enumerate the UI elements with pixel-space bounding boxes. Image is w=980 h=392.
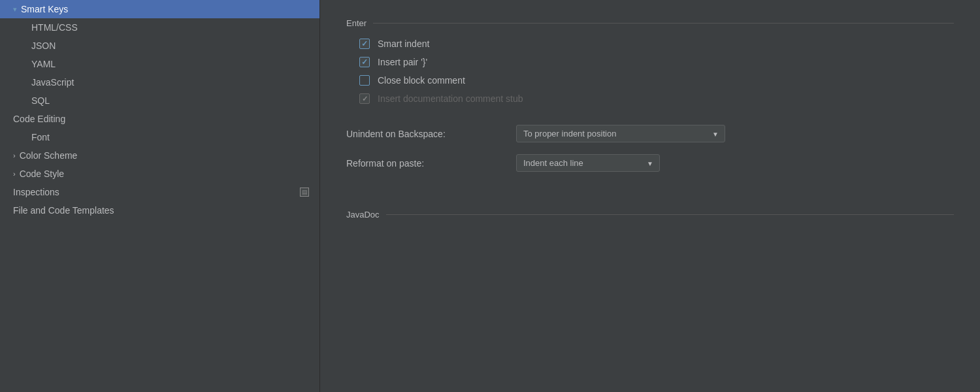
sidebar-item-label: Color Scheme (20, 150, 78, 161)
smart-indent-checkbox[interactable]: ✓ (359, 39, 370, 49)
reformat-paste-label: Reformat on paste: (346, 158, 516, 169)
sidebar-item-label: HTML/CSS (31, 22, 78, 33)
chevron-down-icon: ▾ (13, 5, 17, 14)
sidebar-item-label: Code Style (20, 169, 64, 179)
sidebar-item-label: Code Editing (13, 114, 65, 124)
sidebar-item-file-and-code-templates[interactable]: File and Code Templates (0, 201, 319, 220)
sidebar-item-label: Smart Keys (21, 4, 68, 14)
reformat-paste-row: Reformat on paste: Indent each line Refo… (346, 154, 954, 172)
inspections-icon: ▤ (300, 188, 309, 197)
sidebar-item-label: File and Code Templates (13, 205, 114, 216)
enter-section-label: Enter (346, 18, 367, 28)
sidebar-item-html-css[interactable]: HTML/CSS (0, 18, 319, 37)
sidebar-item-smart-keys[interactable]: ▾ Smart Keys (0, 0, 319, 18)
checkmark-icon: ✓ (362, 95, 368, 103)
sidebar-item-label: SQL (31, 95, 50, 106)
sidebar-item-json[interactable]: JSON (0, 37, 319, 55)
sidebar-item-javascript[interactable]: JavaScript (0, 73, 319, 91)
sidebar-item-code-editing[interactable]: Code Editing (0, 110, 319, 128)
sidebar-item-color-scheme[interactable]: › Color Scheme (0, 146, 319, 165)
sidebar-item-label: Inspections (13, 187, 59, 197)
enter-section-header: Enter (346, 18, 954, 28)
insert-pair-label: Insert pair '}' (378, 57, 427, 67)
sidebar-item-label: JavaScript (31, 77, 74, 88)
insert-doc-comment-label: Insert documentation comment stub (378, 93, 523, 104)
sidebar-item-code-style[interactable]: › Code Style (0, 165, 319, 183)
chevron-right-icon: › (13, 152, 16, 159)
close-block-comment-label: Close block comment (378, 75, 465, 86)
sidebar-item-inspections[interactable]: Inspections ▤ (0, 183, 319, 201)
close-block-comment-checkbox[interactable] (359, 75, 370, 86)
chevron-right-icon: › (13, 170, 16, 178)
checkmark-icon: ✓ (361, 39, 368, 48)
unindent-backspace-row: Unindent on Backspace: To proper indent … (346, 125, 954, 142)
close-block-comment-row: Close block comment (346, 75, 954, 86)
javadoc-section-header: JavaDoc (346, 210, 954, 220)
main-content: Enter ✓ Smart indent ✓ Insert pair '}' C… (320, 0, 980, 392)
reformat-paste-select[interactable]: Indent each line Reformat block None (516, 154, 660, 172)
sidebar-item-yaml[interactable]: YAML (0, 55, 319, 73)
sidebar-item-label: YAML (31, 59, 56, 69)
unindent-backspace-select[interactable]: To proper indent position Each indentati… (516, 125, 725, 142)
insert-pair-row: ✓ Insert pair '}' (346, 57, 954, 67)
smart-indent-label: Smart indent (378, 39, 429, 49)
sidebar-item-font[interactable]: Font (0, 128, 319, 146)
insert-doc-comment-checkbox[interactable]: ✓ (359, 93, 370, 104)
unindent-backspace-select-wrapper: To proper indent position Each indentati… (516, 125, 725, 142)
sidebar-item-sql[interactable]: SQL (0, 91, 319, 110)
sidebar-item-label: Font (31, 132, 50, 142)
checkmark-icon: ✓ (361, 57, 368, 67)
reformat-paste-select-wrapper: Indent each line Reformat block None (516, 154, 660, 172)
insert-pair-checkbox[interactable]: ✓ (359, 57, 370, 67)
insert-doc-comment-row: ✓ Insert documentation comment stub (346, 93, 954, 104)
sidebar-item-label: JSON (31, 41, 56, 51)
sidebar: ▾ Smart Keys HTML/CSS JSON YAML JavaScri… (0, 0, 320, 392)
javadoc-section-label: JavaDoc (346, 210, 380, 220)
smart-indent-row: ✓ Smart indent (346, 39, 954, 49)
unindent-backspace-label: Unindent on Backspace: (346, 129, 516, 139)
